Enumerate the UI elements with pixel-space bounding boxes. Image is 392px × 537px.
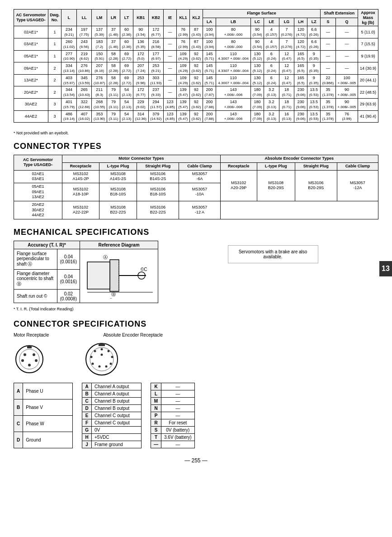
page-bottom: — 255 — [14, 457, 378, 464]
svg-point-26 [92, 363, 94, 365]
connector-types-table: AC ServomotorType USAGED- Motor Connecto… [14, 155, 378, 219]
enc-pin-dash-val: — [161, 441, 195, 448]
table-row: B Phase V [14, 399, 73, 416]
enc-pin-D: D [82, 405, 92, 412]
main-data-table: AC ServomotorType USAGED- Dwg.No. L LL L… [14, 9, 378, 123]
col-LH: LH [294, 18, 307, 26]
table-row: 30AE23 401(15.79)322(12.68)268(10.55)79(… [14, 98, 378, 110]
col-KB1: KB1 [133, 10, 148, 26]
pin-A-desc: Phase U [23, 383, 73, 399]
table-row: D Ground [14, 432, 73, 448]
pin-C: C [14, 416, 23, 432]
enc-pin-B: B [82, 390, 92, 398]
table-row: L — [151, 390, 195, 398]
motor-pin-table: A Phase U B Phase V C Phase W D Ground [14, 383, 73, 448]
spec-shaft-run-val: 0.02(0.0008) [57, 289, 80, 303]
table-row: 02AE103AE1 MS3102A14S-2PMS3108A14S-2SMS3… [14, 170, 378, 183]
enc-pin-C: C [82, 398, 92, 405]
svg-point-12 [24, 353, 26, 356]
shaft-ext-header: Shaft Extension [321, 10, 358, 18]
mech-specs-table: Accuracy (T. I. R)* Reference Diagram Fl… [14, 241, 158, 303]
table-row: A Phase U [14, 383, 73, 399]
table-row: C Phase W [14, 416, 73, 432]
table-row: K — [151, 383, 195, 390]
table-row: F Channel C output [82, 419, 142, 427]
col-LZ: LZ [307, 18, 321, 26]
table-row: B Channel A output [82, 390, 142, 398]
svg-point-20 [94, 350, 96, 352]
svg-point-29 [110, 363, 112, 365]
accuracy-header: Accuracy (T. I. R)* [14, 241, 80, 249]
svg-point-14 [21, 359, 24, 362]
col-IE: IE [164, 10, 177, 26]
mechanical-section: Accuracy (T. I. R)* Reference Diagram Fl… [14, 241, 378, 311]
enc-pin-A: A [82, 383, 92, 390]
enc-pin-D-desc: Channel B output [92, 405, 142, 412]
mechanical-heading: MECHANICAL SPECIFICATIONS [14, 228, 378, 237]
table-row: E Channel C output [82, 412, 142, 419]
main-table-note: * Not provided with an eyebolt. [14, 131, 378, 135]
table-row: 03AE1*1 260(11.02)243(9.56)183(7.2)37(1.… [14, 38, 378, 50]
enc-pin-E: E [82, 412, 92, 419]
spec-shaft-run: Shaft run out © [14, 289, 57, 303]
mech-note: * T. I. R. (Total Indicator Reading) [14, 307, 158, 311]
svg-rect-30 [99, 343, 105, 346]
table-row: R For reset [151, 419, 195, 427]
abs-enc-header: Absolute Encoder Connector Types [220, 155, 378, 163]
enc-pin-C-desc: Channel B output [92, 398, 142, 405]
table-row: D Channel B output [82, 405, 142, 412]
svg-rect-2 [87, 262, 110, 289]
enc-pin-A-desc: Channel A output [92, 383, 142, 390]
pin-D-desc: Ground [23, 432, 73, 448]
table-row: — — [151, 441, 195, 448]
connector-spec-section: Motor Receptacle Absolute Encoder Recept… [14, 333, 378, 448]
abs-encoder-label: Absolute Encoder Receptacle [103, 333, 163, 337]
flange-surface-header: Flange Surface [203, 10, 320, 18]
enc-pin-K-val: — [161, 383, 195, 390]
connector-specs-heading: CONNECTOR SPECIFICATIONS [14, 319, 378, 329]
svg-text:~: ~ [110, 296, 112, 300]
svg-point-24 [101, 354, 103, 356]
reference-diagram: Ⓐ Ⓑ ©C ~ [83, 251, 155, 300]
table-row: M — [151, 398, 195, 405]
spec-flange-conc-val: 0.04(0.0016) [57, 269, 80, 289]
svg-point-13 [33, 353, 35, 356]
encoder-pin-table-right: K — L — M — N — P — R For reset [151, 383, 195, 448]
motor-receptacle-label: Motor Receptacle [14, 333, 49, 337]
svg-point-19 [90, 347, 113, 371]
conn-receptacle-col: Receptacle [62, 162, 99, 170]
enc-pin-M: M [151, 398, 161, 405]
connector-labels: Motor Receptacle Absolute Encoder Recept… [14, 333, 378, 337]
svg-point-21 [101, 348, 103, 351]
abs-encoder-diagram [81, 341, 122, 377]
table-row: 20AE230AE244AE2 MS3102A22-22PMS3108B22-2… [14, 201, 378, 219]
pin-B-desc: Phase V [23, 399, 73, 416]
col-LC: LC [251, 18, 264, 26]
pin-A: A [14, 383, 23, 399]
svg-point-22 [108, 350, 110, 352]
enc-pin-T: T [151, 434, 161, 441]
svg-text:Ⓐ: Ⓐ [103, 255, 108, 260]
table-row: 02AE1*1 234(9.21)197(7.75)137(5.39)37(1.… [14, 26, 378, 38]
enc-pin-L: L [151, 390, 161, 398]
spec-flange-perp: Flange surfaceperpendicular to shaft Ⓐ [14, 249, 57, 269]
table-row: C Channel B output [82, 398, 142, 405]
abs-clamp-col: Cable Clamp [337, 162, 378, 170]
spec-flange-conc: Flange diameterconcentric to shaft Ⓑ [14, 269, 57, 289]
table-row: 13AE2*2 403(15.87)345(13.59)276(10.87)58… [14, 74, 378, 86]
motor-receptacle-diagram [14, 343, 45, 375]
table-row: A Channel A output [82, 383, 142, 390]
ref-diagram-header: Reference Diagram [80, 241, 158, 249]
col-LG: LG [279, 18, 294, 26]
encoder-pin-table-left: A Channel A output B Channel A output C … [82, 383, 142, 448]
table-row: 20AE2*2 344(13.54)265(10.43)211(8.3)79(3… [14, 86, 378, 99]
col-LA: LA [203, 18, 216, 26]
enc-pin-N: N [151, 405, 161, 412]
col-type: AC ServomotorType USAGED- [14, 10, 48, 26]
svg-point-23 [90, 356, 93, 358]
col-mass: ApproxMasskg (lb) [358, 10, 378, 26]
pin-D: D [14, 432, 23, 448]
col-Q: Q [335, 18, 358, 26]
table-row: J Frame ground [82, 441, 142, 448]
conn-type-col: AC ServomotorType USAGED- [14, 155, 62, 170]
